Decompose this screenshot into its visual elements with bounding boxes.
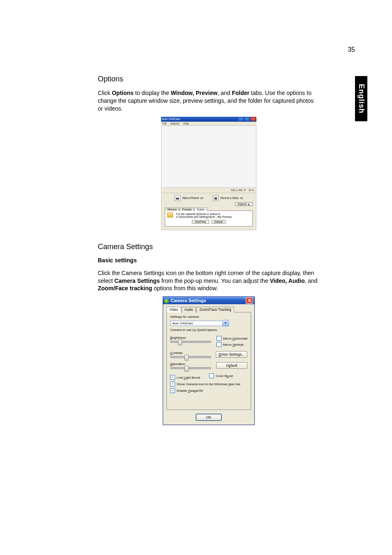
app-icon (164, 299, 169, 303)
tab-folder[interactable]: Folder (194, 208, 207, 211)
tab-audio[interactable]: Audio (182, 307, 196, 312)
close-button[interactable]: ✕ (246, 297, 253, 304)
low-light-boost-checkbox[interactable]: ✓Low Light Boost (170, 375, 200, 380)
camera-settings-paragraph: Click the Camera Settings icon on the bo… (98, 269, 320, 293)
orbicam-titlebar: Acer OrbiCam (161, 117, 256, 122)
mirror-horizontal-checkbox[interactable]: Mirror Horizontal (217, 336, 247, 341)
chevron-down-icon (240, 197, 243, 199)
tab-window[interactable]: Window (165, 208, 179, 211)
menu-file[interactable]: File (162, 122, 166, 125)
contrast-slider[interactable]: Contrast (170, 351, 211, 358)
camset-titlebar: Camera Settings ✕ (163, 297, 254, 304)
camera-inuse-label: Camera in use by QuickCapture. (170, 328, 247, 332)
camera-settings-heading: Camera Settings (98, 243, 320, 251)
default-button[interactable]: Default (216, 362, 247, 369)
color-boost-checkbox[interactable]: Color Boost (209, 373, 233, 378)
options-heading: Options (98, 75, 320, 83)
ok-button[interactable]: OK (196, 414, 221, 421)
basic-settings-subheading: Basic settings (98, 257, 320, 264)
orbicam-bottom-panel: 📷 Take a Picture 🎬 Record a Video Option… (161, 193, 256, 230)
orbicam-figure: Acer OrbiCam File Actions Help 640 x 480… (98, 117, 320, 230)
camset-title: Camera Settings (171, 298, 206, 303)
language-tab-label: English (357, 84, 366, 113)
folder-label: For the captured pictures or videos in (176, 213, 232, 215)
camera-icon: 📷 (175, 195, 180, 201)
page-content: Options Click Options to display the Win… (98, 75, 320, 437)
capture-area (161, 126, 256, 188)
options-paragraph: Click Options to display the Window, Pre… (98, 89, 320, 113)
camera-select-label: Settings for camera: (170, 315, 247, 319)
chevron-down-icon[interactable] (223, 320, 229, 326)
record-video-button[interactable]: 🎬 Record a Video (213, 195, 243, 201)
video-icon: 🎬 (213, 195, 219, 201)
mirror-vertical-checkbox[interactable]: Mirror Vertical (217, 342, 247, 347)
options-toggle-button[interactable]: Options ▲ (235, 202, 253, 206)
close-button[interactable] (251, 117, 256, 121)
folder-tab-panel: For the captured pictures or videos in C… (165, 210, 253, 227)
orbicam-window: Acer OrbiCam File Actions Help 640 x 480… (161, 117, 256, 230)
brightness-slider[interactable]: BBrightnessrightness (170, 336, 211, 343)
menu-help[interactable]: Help (183, 122, 189, 125)
saturation-slider[interactable]: Saturation (170, 362, 211, 369)
folder-icon (167, 213, 173, 217)
show-camera-icon-checkbox[interactable]: ✓Show Camera icon in the Windows task ba… (170, 382, 247, 386)
menu-actions[interactable]: Actions (171, 122, 179, 125)
orbicam-menubar: File Actions Help (161, 122, 256, 126)
minimize-button[interactable] (238, 117, 243, 121)
camera-select-value: Acer OrbiCam (170, 321, 223, 326)
camera-settings-figure: Camera Settings ✕ Video Audio Zoom/Face … (98, 296, 320, 425)
resolution-dropdown[interactable]: 640 x 480 ▼ (231, 189, 246, 192)
folder-path: C:\Documents and Settings\Acer...\My Pic… (176, 215, 232, 218)
camera-settings-dialog: Camera Settings ✕ Video Audio Zoom/Face … (163, 296, 255, 425)
tab-video[interactable]: Video (166, 307, 181, 312)
tab-zoom-face-tracking[interactable]: Zoom/Face Tracking (196, 307, 234, 312)
window-controls (238, 117, 256, 121)
tab-preview[interactable]: Preview (180, 208, 194, 211)
settings-gear-icon[interactable]: ⚙ ▼ (249, 189, 254, 192)
language-tab: English (355, 76, 367, 121)
enable-visageon-checkbox[interactable]: ✓Enable VisageON (170, 388, 247, 393)
take-picture-button[interactable]: 📷 Take a Picture (175, 195, 203, 201)
viewfiles-button[interactable]: ViewFiles (192, 220, 209, 224)
camera-select[interactable]: Acer OrbiCam (170, 320, 247, 326)
chevron-down-icon (201, 197, 203, 199)
video-tab-panel: Settings for camera: Acer OrbiCam Camera… (166, 312, 251, 410)
maximize-button[interactable] (244, 117, 249, 121)
orbicam-statusbar: 640 x 480 ▼ ⚙ ▼ (161, 188, 256, 193)
orbicam-title: Acer OrbiCam (162, 118, 180, 120)
page-number: 35 (348, 46, 355, 53)
default-folder-button[interactable]: Default (212, 220, 226, 224)
driver-settings-button[interactable]: Driver Settings... (216, 351, 247, 358)
